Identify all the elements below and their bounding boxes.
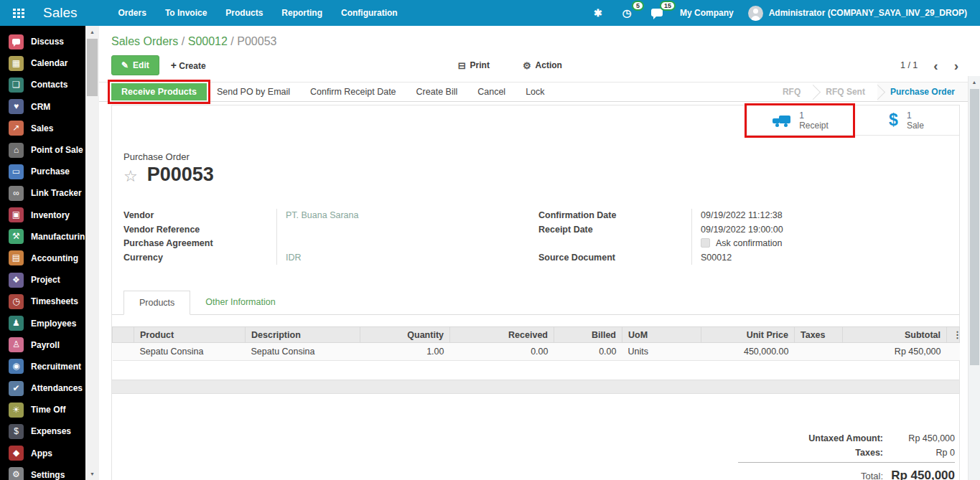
ask-confirmation-field: Ask confirmation [691, 237, 948, 251]
calendar-icon: ▦ [9, 56, 24, 71]
timesheets-icon: ◷ [9, 294, 24, 309]
menu-products[interactable]: Products [216, 0, 272, 26]
debug-icon[interactable]: ✱ [591, 6, 605, 19]
ask-confirmation-checkbox[interactable] [701, 238, 710, 248]
status-steps: RFQ RFQ Sent Purchase Order [770, 83, 968, 101]
edit-button[interactable]: ✎ Edit [111, 55, 159, 75]
sidebar-item-timesheets[interactable]: ◷ Timesheets [0, 291, 85, 312]
apps-grid-icon[interactable] [13, 9, 24, 18]
sidebar-item-recruitment[interactable]: ◉ Recruitment [0, 356, 85, 377]
sidebar-item-project[interactable]: ❖ Project [0, 269, 85, 291]
menu-orders[interactable]: Orders [109, 0, 156, 26]
ask-confirmation-label: Ask confirmation [716, 238, 782, 248]
vendor-reference-label: Vendor Reference [123, 223, 276, 237]
scroll-up-icon[interactable]: ▲ [969, 80, 980, 85]
tab-other-information[interactable]: Other Information [190, 291, 290, 314]
sidebar-item-manufacturing[interactable]: ⚒ Manufacturing [0, 226, 85, 248]
messages-icon[interactable]: 15 [648, 6, 666, 19]
tab-products[interactable]: Products [123, 291, 190, 315]
vendor-value[interactable]: PT. Buana Sarana [276, 209, 538, 223]
receipt-stat-button[interactable]: 1 Receipt [747, 105, 853, 136]
vendor-reference-value [276, 223, 538, 237]
right-field-group: Confirmation Date 09/19/2022 11:12:38 Re… [538, 209, 948, 265]
confirm-receipt-date-button[interactable]: Confirm Receipt Date [300, 83, 406, 101]
sidebar-item-apps[interactable]: ◆ Apps [0, 443, 85, 464]
stat-button-box: 1 Receipt $ 1 Sale [112, 105, 959, 136]
purchase-icon: ▭ [9, 164, 24, 179]
sidebar-item-payroll[interactable]: ♙ Payroll [0, 334, 85, 356]
table-header-row: Product Description Quantity Received Bi… [113, 327, 960, 343]
sale-stat-button[interactable]: $ 1 Sale [853, 105, 959, 136]
step-rfq-sent[interactable]: RFQ Sent [813, 83, 878, 101]
product-cell: Sepatu Consina [134, 343, 246, 361]
breadcrumb-separator: / [230, 35, 233, 47]
currency-value[interactable]: IDR [276, 251, 538, 265]
handle-column-header [113, 327, 134, 343]
cancel-button[interactable]: Cancel [467, 83, 515, 101]
create-bill-button[interactable]: Create Bill [406, 83, 468, 101]
user-menu[interactable]: Administrator (COMPANY_SAYA_INV_29_DROP) [748, 6, 967, 21]
sidebar-item-accounting[interactable]: ▤ Accounting [0, 248, 85, 269]
create-button[interactable]: + Create [171, 60, 206, 71]
sidebar-item-link-tracker[interactable]: ∞ Link Tracker [0, 182, 85, 204]
taxes-cell [795, 343, 843, 361]
sidebar-scrollbar-thumb[interactable] [87, 39, 98, 96]
sidebar-item-purchase[interactable]: ▭ Purchase [0, 161, 85, 182]
sidebar-item-label: Attendances [31, 383, 83, 393]
content-scrollbar-thumb[interactable] [970, 89, 979, 365]
confirmation-date-value: 09/19/2022 11:12:38 [691, 209, 948, 223]
scroll-up-icon[interactable]: ▲ [85, 29, 99, 34]
untaxed-amount-label: Untaxed Amount: [738, 431, 883, 446]
sidebar-item-contacts[interactable]: ❏ Contacts [0, 74, 85, 95]
sidebar-item-label: Calendar [31, 58, 67, 68]
sidebar-item-attendances[interactable]: ✔ Attendances [0, 377, 85, 399]
menu-reporting[interactable]: Reporting [272, 0, 332, 26]
link-tracker-icon: ∞ [9, 186, 24, 201]
sidebar-item-label: Expenses [31, 426, 71, 436]
sidebar-item-settings[interactable]: ⚙ Settings [0, 464, 85, 480]
sidebar-item-time-off[interactable]: ☀ Time Off [0, 399, 85, 420]
menu-to-invoice[interactable]: To Invoice [156, 0, 216, 26]
table-row[interactable]: Sepatu Consina Sepatu Consina 1.00 0.00 … [113, 343, 960, 361]
sidebar-item-label: CRM [31, 102, 50, 112]
send-po-by-email-button[interactable]: Send PO by Email [207, 83, 300, 101]
company-switcher[interactable]: My Company [680, 8, 734, 18]
menu-configuration[interactable]: Configuration [332, 0, 407, 26]
print-button[interactable]: ⊟ Print [458, 60, 490, 71]
step-purchase-order[interactable]: Purchase Order [877, 83, 968, 101]
sidebar-item-point-of-sale[interactable]: ⌂ Point of Sale [0, 139, 85, 161]
receive-products-button[interactable]: Receive Products [111, 83, 207, 100]
purchase-agreement-label: Purchase Agreement [123, 237, 276, 251]
pager-previous-icon[interactable]: ‹ [933, 59, 938, 72]
totals-block: Untaxed Amount: Rp 450,000 Taxes: Rp 0 T… [738, 431, 955, 480]
truck-icon [772, 115, 790, 126]
quantity-cell: 1.00 [360, 343, 450, 361]
breadcrumb-sales-orders[interactable]: Sales Orders [111, 35, 178, 47]
breadcrumb-s00012[interactable]: S00012 [188, 35, 228, 47]
favorite-star-icon[interactable]: ☆ [123, 169, 138, 184]
scroll-down-icon[interactable]: ▼ [85, 471, 99, 476]
column-options-icon[interactable]: ⋮ [953, 329, 960, 340]
accounting-icon: ▤ [9, 250, 24, 265]
sidebar-item-sales[interactable]: ↗ Sales [0, 118, 85, 139]
sidebar-item-label: Inventory [31, 210, 70, 220]
sidebar-item-discuss[interactable]: Discuss [0, 31, 85, 52]
sidebar-item-crm[interactable]: ♥ CRM [0, 96, 85, 118]
sidebar-item-expenses[interactable]: $ Expenses [0, 420, 85, 442]
pager-next-icon[interactable]: › [954, 59, 958, 72]
action-button[interactable]: ⚙ Action [523, 60, 562, 71]
attendances-icon: ✔ [9, 381, 24, 396]
print-label: Print [470, 60, 490, 70]
vendor-label: Vendor [123, 209, 276, 223]
sidebar-item-inventory[interactable]: ▣ Inventory [0, 204, 85, 226]
activities-icon[interactable]: ◷ 5 [620, 6, 634, 19]
content-scrollbar[interactable]: ▲ [968, 76, 980, 480]
breadcrumb-separator: / [182, 35, 185, 47]
sidebar-scrollbar[interactable]: ▲ ▼ [85, 26, 99, 480]
lock-button[interactable]: Lock [515, 83, 554, 101]
point-of-sale-icon: ⌂ [9, 143, 24, 158]
sidebar-item-employees[interactable]: ♟ Employees [0, 312, 85, 334]
sidebar-item-calendar[interactable]: ▦ Calendar [0, 52, 85, 74]
total-label: Total: [738, 469, 883, 480]
title-block: Purchase Order ☆ P00053 [112, 136, 959, 184]
